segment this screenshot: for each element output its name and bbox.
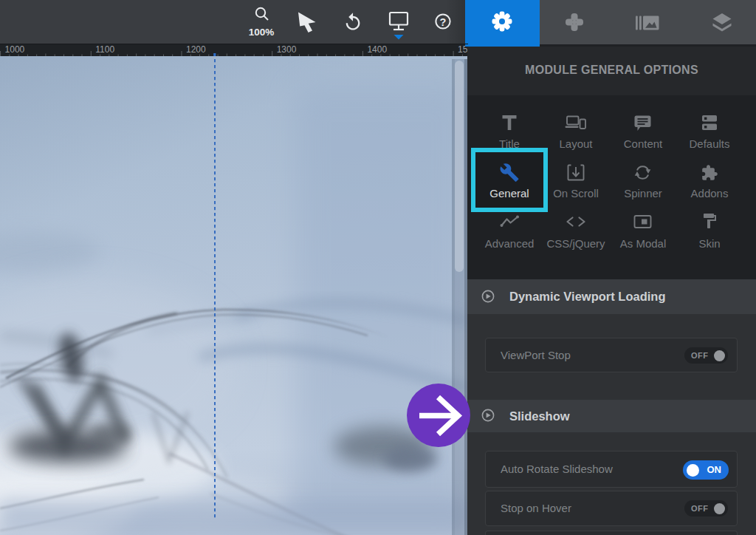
svg-text:1000: 1000 <box>5 44 25 55</box>
svg-text:?: ? <box>440 16 447 28</box>
svg-text:100%: 100% <box>249 27 275 38</box>
svg-text:1200: 1200 <box>186 44 206 55</box>
svg-text:1300: 1300 <box>277 44 297 55</box>
svg-text:1400: 1400 <box>367 44 387 55</box>
svg-text:1100: 1100 <box>95 44 114 55</box>
